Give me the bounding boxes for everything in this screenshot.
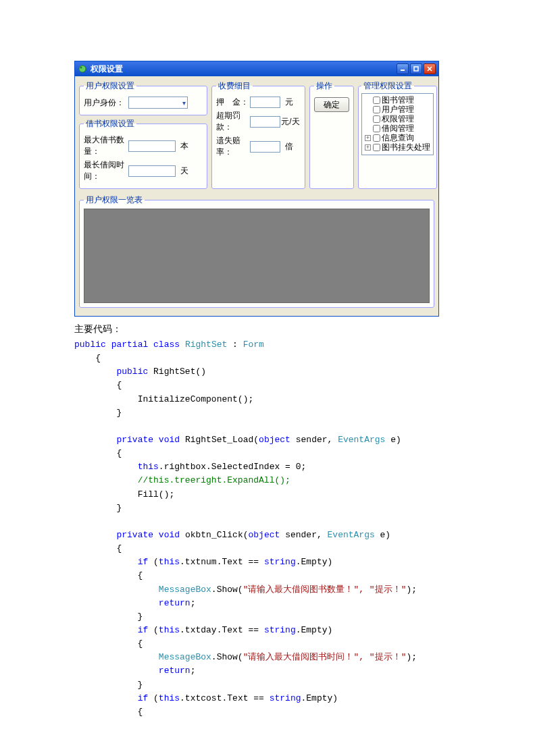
code-block: public partial class RightSet : Form { p…: [74, 338, 461, 719]
group-admin-legend: 管理权限设置: [361, 80, 414, 92]
label-lost: 遗失赔率：: [216, 135, 250, 158]
svg-rect-3: [414, 67, 418, 71]
group-op-legend: 操作: [314, 80, 334, 92]
tree-item[interactable]: +图书挂失处理: [365, 142, 430, 152]
label-maxnum: 最大借书数量：: [84, 134, 128, 157]
group-borrow: 借书权限设置 最大借书数量： 本 最长借阅时间： 天: [79, 118, 207, 189]
tree-checkbox[interactable]: [373, 125, 380, 132]
txtfine-input[interactable]: [250, 116, 280, 128]
tree-checkbox[interactable]: [373, 115, 380, 123]
tree-checkbox[interactable]: [373, 97, 380, 104]
client-area: 用户权限设置 用户身份： ▾ 借书权限设置 最大借书数量： 本 最长借阅时间：: [75, 76, 438, 316]
identity-combo[interactable]: ▾: [128, 97, 188, 109]
label-maxday: 最长借阅时间：: [84, 159, 128, 182]
expand-icon[interactable]: +: [365, 135, 371, 141]
tree-label: 图书挂失处理: [382, 142, 430, 152]
svg-point-0: [79, 65, 86, 72]
tree-label: 借阅管理: [382, 124, 414, 133]
group-user-right-legend: 用户权限设置: [84, 80, 136, 92]
chevron-down-icon: ▾: [182, 99, 186, 107]
close-button[interactable]: [424, 63, 436, 74]
group-list-legend: 用户权限一览表: [84, 194, 145, 206]
group-admin: 管理权限设置 图书管理 用户管理 权限管理 借阅管理 +信息查询 +图书挂失处理: [358, 80, 437, 189]
rights-grid[interactable]: [84, 209, 430, 303]
txtdeposit-input[interactable]: [250, 97, 280, 108]
tree-label: 信息查询: [382, 133, 414, 142]
group-fee: 收费细目 押 金：元 超期罚款：元/天 遗失赔率：倍: [211, 80, 305, 189]
rights-treeview[interactable]: 图书管理 用户管理 权限管理 借阅管理 +信息查询 +图书挂失处理: [361, 93, 434, 155]
tree-checkbox[interactable]: [373, 106, 380, 113]
code-caption: 主要代码：: [74, 323, 461, 335]
svg-point-1: [80, 67, 82, 69]
expand-icon[interactable]: +: [365, 144, 371, 151]
group-borrow-legend: 借书权限设置: [84, 118, 136, 130]
group-user-right: 用户权限设置 用户身份： ▾: [79, 80, 207, 115]
tree-item[interactable]: 借阅管理: [365, 124, 430, 133]
tree-checkbox[interactable]: [373, 134, 380, 142]
label-deposit: 押 金：: [216, 97, 250, 108]
minimize-button[interactable]: [397, 63, 409, 74]
window-buttons: [397, 63, 436, 74]
app-icon: [78, 64, 87, 74]
txtnum-input[interactable]: [128, 140, 176, 152]
tree-item[interactable]: +信息查询: [365, 133, 430, 142]
maximize-button[interactable]: [410, 63, 422, 74]
window-title: 权限设置: [91, 63, 397, 75]
unit-bei: 倍: [280, 141, 298, 153]
label-identity: 用户身份：: [84, 97, 128, 109]
unit-yuan: 元: [280, 97, 298, 108]
group-op: 操作 确定: [309, 80, 354, 189]
tree-item[interactable]: 图书管理: [365, 95, 430, 105]
tree-label: 权限管理: [382, 114, 414, 124]
unit-tian: 天: [176, 165, 193, 177]
group-fee-legend: 收费细目: [216, 80, 253, 92]
txtday-input[interactable]: [128, 165, 176, 177]
tree-label: 图书管理: [382, 95, 414, 105]
txtlost-input[interactable]: [250, 141, 280, 153]
label-fine: 超期罚款：: [216, 110, 250, 133]
rightset-window: 权限设置 用户权限设置 用户身份： ▾ 借书权限设置 最大借书数: [74, 61, 439, 317]
ok-button[interactable]: 确定: [314, 97, 349, 112]
titlebar[interactable]: 权限设置: [75, 61, 438, 76]
unit-yuan-day: 元/天: [280, 116, 301, 128]
tree-item[interactable]: 用户管理: [365, 105, 430, 114]
unit-ben: 本: [176, 140, 193, 152]
tree-item[interactable]: 权限管理: [365, 114, 430, 124]
tree-checkbox[interactable]: [373, 144, 380, 151]
group-list: 用户权限一览表: [79, 194, 434, 308]
tree-label: 用户管理: [382, 105, 414, 114]
